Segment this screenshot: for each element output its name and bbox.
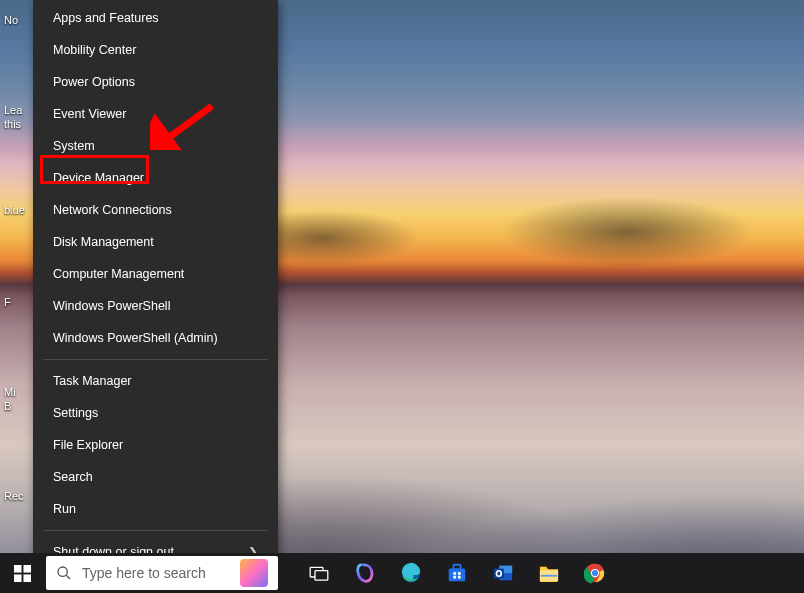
menu-network-connections[interactable]: Network Connections	[33, 194, 278, 226]
menu-disk-management[interactable]: Disk Management	[33, 226, 278, 258]
menu-separator	[43, 530, 268, 531]
svg-rect-4	[14, 574, 22, 582]
copilot-icon	[354, 562, 376, 584]
desktop-icon-label[interactable]: this	[4, 118, 34, 130]
svg-point-25	[592, 570, 598, 576]
menu-separator	[43, 359, 268, 360]
taskbar-task-view[interactable]	[296, 553, 342, 593]
svg-rect-15	[453, 576, 456, 579]
start-button[interactable]	[0, 553, 44, 593]
menu-settings[interactable]: Settings	[33, 397, 278, 429]
svg-line-7	[66, 575, 70, 579]
menu-item-label: File Explorer	[53, 438, 123, 452]
taskbar-search[interactable]: Type here to search	[46, 556, 278, 590]
svg-rect-11	[449, 568, 466, 581]
menu-windows-powershell[interactable]: Windows PowerShell	[33, 290, 278, 322]
svg-rect-5	[23, 574, 31, 582]
store-icon	[446, 562, 468, 584]
menu-windows-powershell-admin[interactable]: Windows PowerShell (Admin)	[33, 322, 278, 354]
svg-rect-14	[458, 572, 461, 575]
search-placeholder: Type here to search	[82, 565, 206, 581]
menu-item-label: Apps and Features	[53, 11, 159, 25]
menu-apps-and-features[interactable]: Apps and Features	[33, 2, 278, 34]
menu-item-label: Windows PowerShell (Admin)	[53, 331, 218, 345]
menu-event-viewer[interactable]: Event Viewer	[33, 98, 278, 130]
taskbar-pinned-apps	[296, 553, 618, 593]
menu-item-label: Computer Management	[53, 267, 184, 281]
desktop-icon-label[interactable]: No	[4, 14, 34, 26]
windows-logo-icon	[14, 565, 31, 582]
menu-mobility-center[interactable]: Mobility Center	[33, 34, 278, 66]
svg-rect-22	[541, 575, 557, 577]
menu-run[interactable]: Run	[33, 493, 278, 525]
menu-device-manager[interactable]: Device Manager	[33, 162, 278, 194]
menu-item-label: Settings	[53, 406, 98, 420]
winx-context-menu: Apps and Features Mobility Center Power …	[33, 0, 278, 566]
menu-item-label: Search	[53, 470, 93, 484]
svg-rect-9	[315, 571, 328, 581]
menu-file-explorer[interactable]: File Explorer	[33, 429, 278, 461]
chrome-icon	[584, 562, 606, 584]
search-icon	[56, 565, 72, 581]
svg-rect-13	[453, 572, 456, 575]
task-view-icon	[309, 565, 329, 581]
desktop-icon-label[interactable]: Mi	[4, 386, 34, 398]
desktop-icon-label[interactable]: F	[4, 296, 34, 308]
svg-point-6	[58, 567, 67, 576]
menu-task-manager[interactable]: Task Manager	[33, 365, 278, 397]
svg-rect-3	[23, 565, 31, 573]
menu-item-label: Windows PowerShell	[53, 299, 170, 313]
menu-computer-management[interactable]: Computer Management	[33, 258, 278, 290]
svg-rect-2	[14, 565, 22, 573]
search-highlights-icon	[240, 559, 268, 587]
taskbar-edge[interactable]	[388, 553, 434, 593]
menu-item-label: Network Connections	[53, 203, 172, 217]
outlook-icon	[492, 562, 514, 584]
menu-item-label: Power Options	[53, 75, 135, 89]
taskbar-file-explorer[interactable]	[526, 553, 572, 593]
menu-power-options[interactable]: Power Options	[33, 66, 278, 98]
menu-search[interactable]: Search	[33, 461, 278, 493]
menu-item-label: System	[53, 139, 95, 153]
menu-item-label: Disk Management	[53, 235, 154, 249]
desktop-icon-label[interactable]: B	[4, 400, 34, 412]
taskbar-microsoft-store[interactable]	[434, 553, 480, 593]
menu-item-label: Mobility Center	[53, 43, 136, 57]
taskbar: Type here to search	[0, 553, 804, 593]
taskbar-outlook[interactable]	[480, 553, 526, 593]
desktop-icon-label[interactable]: blue	[4, 204, 34, 216]
menu-system[interactable]: System	[33, 130, 278, 162]
menu-item-label: Run	[53, 502, 76, 516]
taskbar-copilot[interactable]	[342, 553, 388, 593]
svg-rect-12	[453, 565, 460, 570]
taskbar-chrome[interactable]	[572, 553, 618, 593]
desktop-wallpaper: No Lea this blue F Mi B Rec Apps and Fea…	[0, 0, 804, 593]
folder-icon	[538, 563, 560, 583]
svg-rect-16	[458, 576, 461, 579]
desktop-icon-label[interactable]: Rec	[4, 490, 34, 502]
menu-item-label: Device Manager	[53, 171, 144, 185]
edge-icon	[400, 562, 422, 584]
desktop-icon-label[interactable]: Lea	[4, 104, 34, 116]
menu-item-label: Task Manager	[53, 374, 132, 388]
menu-item-label: Event Viewer	[53, 107, 126, 121]
